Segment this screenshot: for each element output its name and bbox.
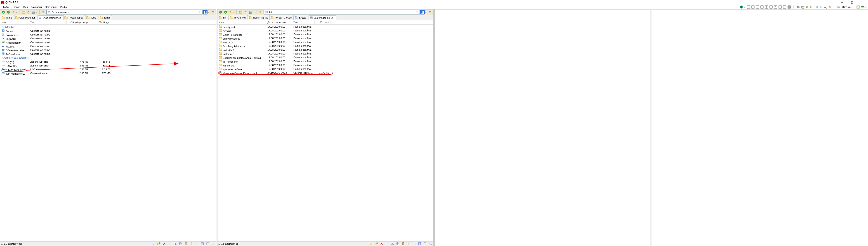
pane-right-body[interactable]: beauty just17.08.2019 0:00Папка с файлам… [217, 25, 433, 241]
column-header[interactable]: Размер [315, 20, 331, 24]
list-item[interactable]: beauty just17.08.2019 0:00Папка с файлам… [217, 25, 433, 29]
layout-4-icon[interactable] [778, 5, 782, 9]
tab[interactable]: Texts [85, 15, 98, 20]
tab[interactable]: Этот компьютер [37, 16, 63, 20]
explorer-icon[interactable] [239, 10, 243, 14]
column-header[interactable]: Имя [0, 20, 29, 24]
list-item[interactable]: HELOIZA17.08.2019 0:00Папка с файлами [217, 40, 433, 44]
list-item[interactable]: justmag17.08.2019 0:00Папка с файлами [217, 52, 433, 55]
layout-3b-icon[interactable] [764, 5, 769, 9]
maximize-button[interactable] [847, 0, 857, 5]
menu-info[interactable]: Инфо [59, 5, 68, 9]
history-dropdown-icon[interactable]: ▾ [233, 11, 236, 13]
menu-view[interactable]: Вид [22, 5, 29, 9]
view-mode-icon[interactable] [31, 10, 36, 14]
paste-icon[interactable] [805, 5, 809, 9]
column-header[interactable]: Имя [217, 20, 266, 24]
address-mini-label[interactable]: Этот ко... [841, 5, 854, 9]
tab[interactable]: Temp [98, 15, 112, 20]
dropdown-arrow-icon[interactable]: ▾ [865, 6, 867, 8]
list-item[interactable]: Объемные объектыСистемная папка [0, 48, 216, 52]
layout-4c-icon[interactable] [787, 5, 792, 9]
close-button[interactable] [857, 0, 867, 5]
layout-1-icon[interactable] [746, 5, 751, 9]
list-item[interactable]: Начало работы с Dropbox.pdf24.10.2016 14… [217, 71, 433, 74]
tree-icon[interactable] [41, 10, 46, 14]
favorite-icon[interactable] [828, 5, 832, 9]
layout-2h-icon[interactable] [751, 5, 755, 9]
filter-icon[interactable] [369, 242, 373, 246]
up-button[interactable] [228, 10, 233, 14]
deselect-icon[interactable] [423, 242, 427, 246]
copy-icon[interactable] [179, 242, 183, 246]
list-item[interactable]: To Telephone17.08.2019 0:00Папка с файла… [217, 59, 433, 63]
layout-3a-icon[interactable] [760, 5, 764, 9]
explorer-icon[interactable] [21, 10, 26, 14]
layout-2v-icon[interactable] [755, 5, 760, 9]
select-icon[interactable] [195, 242, 199, 246]
paste-icon[interactable] [401, 242, 405, 246]
forward-button[interactable] [223, 10, 228, 14]
properties-icon[interactable] [814, 5, 818, 9]
group-header[interactable]: ▾Устройства и диски (4) [0, 56, 216, 60]
deselect-icon[interactable] [206, 242, 210, 246]
refresh-icon[interactable] [26, 10, 31, 14]
list-item[interactable]: NIKON D90 (E:)USB-накопитель7,48 ГБ6,38 … [0, 67, 216, 71]
layout-4b-icon[interactable] [782, 5, 787, 9]
list-item[interactable]: Color Persistence17.08.2019 0:00Папка с … [217, 32, 433, 36]
pane-focus-icon[interactable] [203, 10, 208, 14]
computer-icon[interactable] [837, 5, 841, 9]
cut-icon[interactable] [173, 242, 177, 246]
pane-focus-dropdown-icon[interactable]: ▾ [425, 11, 428, 13]
list-item[interactable]: МузыкаСистемная папка [0, 44, 216, 48]
menu-settings[interactable]: Настройки [43, 5, 59, 9]
list-item[interactable]: Just Mag Print Issue17.08.2019 0:00Папка… [217, 44, 433, 48]
newfolder-icon[interactable] [374, 242, 378, 246]
pane-left-body[interactable]: ▾Папки (7)ВидеоСистемная папкаДокументыС… [0, 25, 216, 241]
list-item[interactable]: DATA (D:)Локальный диск931 ГБ307 ГБ [0, 64, 216, 67]
tab[interactable]: bin [218, 15, 228, 20]
back-button[interactable] [218, 10, 223, 14]
select-all-icon[interactable] [200, 242, 204, 246]
tab[interactable]: Новая папка [63, 15, 85, 20]
share-icon[interactable] [818, 5, 823, 9]
list-item[interactable]: кросы на собаке17.08.2019 0:00Папка с фа… [217, 67, 433, 71]
cut-icon[interactable] [391, 242, 395, 246]
column-header[interactable]: Тип [29, 20, 67, 24]
refresh-icon[interactable] [243, 10, 248, 14]
select-icon[interactable] [412, 242, 416, 246]
list-item[interactable]: city girl17.08.2019 0:00Папка с файлами [217, 29, 433, 32]
tree-toggle-icon[interactable] [856, 5, 860, 9]
pane-menu-icon[interactable] [428, 10, 432, 14]
list-item[interactable]: just with F.17.08.2019 0:00Папка с файла… [217, 48, 433, 52]
tab[interactable]: Новая папка [248, 15, 270, 20]
find-icon[interactable] [823, 5, 828, 9]
menu-file[interactable]: Файл [1, 5, 10, 9]
pane-focus-dropdown-icon[interactable]: ▾ [208, 11, 210, 13]
tab[interactable]: Temp [1, 15, 14, 20]
tree-icon[interactable] [258, 10, 263, 14]
list-item[interactable]: guitly pleasures17.08.2019 0:00Папка с ф… [217, 36, 433, 40]
list-item[interactable]: ЗагрузкиСистемная папка [0, 36, 216, 40]
filter-icon[interactable] [151, 242, 156, 246]
column-header[interactable]: Свободно [89, 20, 112, 24]
list-item[interactable]: Submission, photos Anita Olbrys & Zbigni… [217, 55, 433, 59]
tab[interactable]: CloudMounter [14, 15, 37, 20]
copy-icon[interactable] [396, 242, 400, 246]
delete-icon[interactable] [162, 242, 166, 246]
minimize-button[interactable] [837, 0, 847, 5]
up-button[interactable] [11, 10, 16, 14]
menu-edit[interactable]: Правка [10, 5, 22, 9]
layout-3c-icon[interactable] [769, 5, 773, 9]
address-bar[interactable]: Этот компьютер ▾ [46, 10, 203, 14]
list-item[interactable]: ДокументыСистемная папка [0, 33, 216, 36]
view-dropdown-icon[interactable]: ▾ [253, 11, 256, 13]
menu-bookmarks[interactable]: Закладки [29, 5, 43, 9]
globe-icon[interactable] [739, 5, 744, 9]
zoom-icon[interactable] [428, 242, 432, 246]
tab[interactable]: To Solit Clouds [270, 15, 293, 20]
copy-path-icon[interactable] [809, 5, 814, 9]
tab[interactable]: Видео [294, 15, 308, 20]
view-mode-icon[interactable] [248, 10, 253, 14]
list-item[interactable]: Yahoo Mail17.08.2019 0:00Папка с файлами [217, 63, 433, 67]
